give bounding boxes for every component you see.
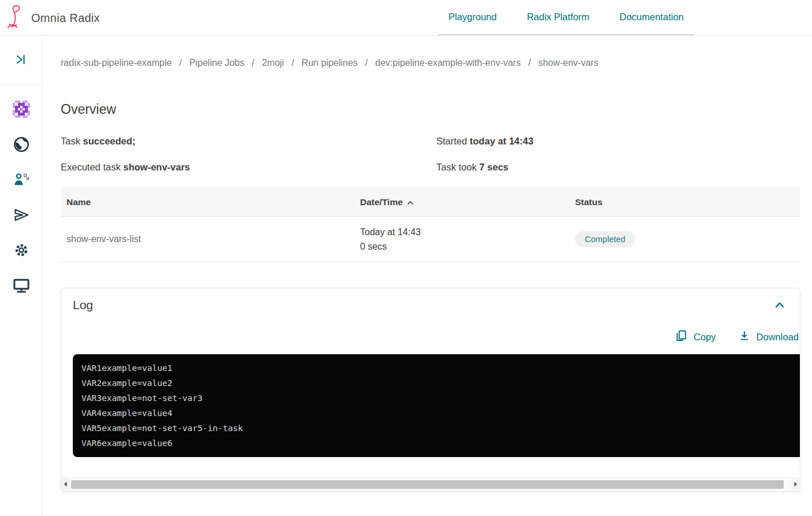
steps-table-header-row: Name Date/Time Status: [61, 188, 800, 217]
sidebar: [0, 36, 43, 516]
breadcrumb-separator: /: [528, 58, 531, 68]
step-status-cell: Completed: [569, 217, 800, 262]
horizontal-scrollbar-thumb[interactable]: [71, 480, 784, 489]
task-took-value: 7 secs: [479, 162, 508, 172]
download-log-button[interactable]: Download: [738, 329, 799, 345]
executed-task-line: Executed task show-env-vars: [61, 162, 436, 173]
send-plane-icon: [13, 207, 29, 224]
column-header-datetime[interactable]: Date/Time: [354, 188, 569, 217]
task-took-label: Task took: [436, 162, 477, 172]
breadcrumb-separator: /: [179, 58, 181, 68]
breadcrumb-pipeline-example[interactable]: dev:pipeline-example-with-env-vars: [375, 58, 521, 68]
status-badge: Completed: [575, 231, 635, 247]
breadcrumb-run-pipelines[interactable]: Run pipelines: [302, 58, 358, 68]
steps-table: Name Date/Time Status show-env-vars: [61, 188, 800, 262]
task-status-value: succeeded;: [83, 136, 136, 146]
copy-icon: [674, 329, 688, 345]
sort-ascending-icon: [407, 197, 414, 207]
breadcrumb-separator: /: [252, 58, 254, 68]
log-actions: Copy Download: [61, 312, 800, 354]
main-content: radix-sub-pipeline-example / Pipeline Jo…: [43, 36, 812, 516]
nav-link-radix-platform[interactable]: Radix Platform: [527, 12, 589, 23]
sidebar-item-console[interactable]: [10, 276, 33, 296]
sidebar-divider: [0, 84, 43, 85]
overview-summary: Task succeeded; Started today at 14:43 E…: [61, 136, 800, 173]
step-duration: 0 secs: [360, 239, 563, 254]
sidebar-item-deployments[interactable]: [10, 206, 33, 225]
log-line: VAR4example=value4: [81, 406, 800, 421]
chevron-up-icon: [773, 302, 786, 311]
breadcrumb: radix-sub-pipeline-example / Pipeline Jo…: [61, 36, 800, 68]
log-line: VAR3example=not-set-var3: [81, 391, 800, 406]
log-line: VAR2example=value2: [81, 376, 800, 391]
gear-icon: [13, 242, 29, 260]
task-status-line: Task succeeded;: [61, 136, 436, 147]
executed-task-value: show-env-vars: [123, 162, 190, 172]
top-header: Omnia Radix Playground Radix Platform Do…: [0, 0, 812, 36]
expand-sidebar-icon: [16, 54, 27, 67]
started-label: Started: [436, 136, 467, 146]
breadcrumb-app[interactable]: radix-sub-pipeline-example: [61, 58, 172, 68]
started-line: Started today at 14:43: [436, 136, 800, 147]
step-datetime: Today at 14:43 0 secs: [354, 217, 569, 262]
table-row-step[interactable]: show-env-vars-list Today at 14:43 0 secs…: [61, 217, 800, 262]
brand-name[interactable]: Omnia Radix: [31, 12, 100, 25]
column-header-name[interactable]: Name: [61, 188, 354, 217]
sidebar-icon-nav: [10, 100, 33, 296]
download-label: Download: [757, 332, 799, 343]
step-name[interactable]: show-env-vars-list: [61, 217, 354, 262]
top-nav: Playground Radix Platform Documentation: [438, 0, 694, 35]
log-line: VAR6example=value6: [81, 436, 800, 451]
breadcrumb-separator: /: [365, 58, 368, 68]
log-line: VAR1example=value1: [81, 361, 800, 376]
log-panel: Log Copy: [61, 288, 800, 492]
nav-link-playground[interactable]: Playground: [448, 12, 496, 23]
breadcrumb-show-env-vars[interactable]: show-env-vars: [538, 58, 598, 68]
column-header-status[interactable]: Status: [569, 188, 800, 217]
app-identicon-icon: [13, 101, 30, 120]
scroll-right-arrow[interactable]: [792, 478, 800, 491]
collapse-log-button[interactable]: [772, 299, 787, 312]
started-value: today at 14:43: [470, 136, 533, 146]
task-took-line: Task took 7 secs: [436, 162, 800, 173]
copy-log-button[interactable]: Copy: [674, 329, 716, 345]
overview-title: Overview: [61, 102, 800, 117]
monitor-icon: [13, 277, 30, 295]
copy-label: Copy: [694, 332, 716, 343]
task-status-label: Task: [61, 136, 80, 146]
brand-logo-sprout-icon: [5, 4, 24, 32]
globe-icon: [13, 136, 29, 154]
nav-link-documentation[interactable]: Documentation: [620, 12, 684, 23]
log-terminal-output[interactable]: VAR1example=value1 VAR2example=value2 VA…: [73, 354, 800, 457]
log-panel-header: Log: [61, 288, 800, 312]
sidebar-item-settings[interactable]: [10, 241, 33, 261]
breadcrumb-2moji[interactable]: 2moji: [262, 58, 284, 68]
brand[interactable]: Omnia Radix: [5, 0, 100, 36]
scroll-left-arrow[interactable]: [61, 478, 69, 491]
log-line: VAR5example=not-set-var5-in-task: [81, 421, 800, 436]
sidebar-item-environments[interactable]: [10, 135, 33, 155]
horizontal-scrollbar[interactable]: [61, 477, 800, 491]
sidebar-expand-toggle[interactable]: [0, 36, 42, 84]
breadcrumb-separator: /: [291, 58, 294, 68]
breadcrumb-pipeline-jobs[interactable]: Pipeline Jobs: [190, 58, 244, 68]
executed-task-label: Executed task: [61, 162, 121, 172]
step-date: Today at 14:43: [360, 225, 563, 239]
sidebar-item-application[interactable]: [10, 100, 33, 120]
sidebar-item-configuration[interactable]: [10, 170, 33, 190]
user-gears-icon: [13, 172, 30, 190]
column-header-datetime-label: Date/Time: [360, 197, 403, 207]
log-title: Log: [73, 298, 93, 312]
download-icon: [738, 329, 751, 345]
